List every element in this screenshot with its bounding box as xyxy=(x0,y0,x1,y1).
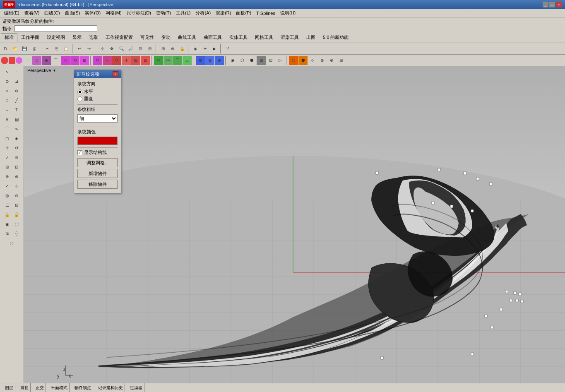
rect-icon[interactable]: □ xyxy=(2,96,12,105)
render-icon-2[interactable]: ▷ xyxy=(276,56,285,65)
array2-icon[interactable]: ⊡ xyxy=(12,162,21,171)
menu-curve[interactable]: 曲线(C) xyxy=(42,9,62,17)
show-icon[interactable]: ⊙ xyxy=(12,191,21,200)
select-icon[interactable]: ⊹ xyxy=(98,44,107,53)
status-planar[interactable]: 平面模式 xyxy=(49,383,70,392)
zoom-extent-icon[interactable]: ⊞ xyxy=(145,44,154,53)
tab-mesh-tools[interactable]: 网格工具 xyxy=(251,33,277,42)
menu-surface[interactable]: 曲面(S) xyxy=(63,9,83,17)
layer-icon[interactable]: ☰ xyxy=(2,200,12,209)
boolean2-icon[interactable]: ⊕ xyxy=(2,172,12,181)
undo-icon[interactable]: ↩ xyxy=(75,44,84,53)
circle-select-icon[interactable]: ○ xyxy=(2,86,12,95)
record-icon[interactable] xyxy=(1,57,8,64)
print-icon[interactable]: 🖨 xyxy=(29,44,38,53)
tab-transform[interactable]: 变动 xyxy=(158,33,174,42)
tab-visibility[interactable]: 可见性 xyxy=(137,33,158,42)
select-arrow-icon[interactable]: ↖ xyxy=(2,67,12,76)
hide-icon[interactable]: ◎ xyxy=(2,191,12,200)
menu-analyze[interactable]: 分析(A) xyxy=(193,9,213,17)
close-button[interactable]: × xyxy=(556,2,562,7)
redo-icon[interactable]: ↪ xyxy=(84,44,94,53)
line-icon[interactable]: ╱ xyxy=(12,96,21,105)
surface-icon-4[interactable]: ◇ xyxy=(61,56,70,65)
rotate-icon[interactable]: ↺ xyxy=(112,56,121,65)
zoom-fit-icon[interactable]: ⊡ xyxy=(136,44,145,53)
tab-viewport-config[interactable]: 工作视窗配置 xyxy=(102,33,137,42)
mirror-icon[interactable]: ⟳ xyxy=(93,56,102,65)
zoom-out-icon[interactable]: 🔎 xyxy=(126,44,135,53)
menu-edit[interactable]: 编辑(E) xyxy=(2,9,22,17)
trim-icon[interactable]: ✂ xyxy=(154,56,163,65)
surface-icon-2[interactable] xyxy=(16,57,22,64)
gradient-icon[interactable]: ▤ xyxy=(12,115,21,124)
number-icon[interactable]: ② xyxy=(2,229,12,238)
measure-icon[interactable]: ⊹ xyxy=(12,181,21,190)
tab-new-features[interactable]: 5.0 的新功能 xyxy=(319,33,352,42)
menu-dimension[interactable]: 尺寸标注(D) xyxy=(124,9,154,17)
cp-icon[interactable]: ◌ xyxy=(7,238,17,248)
dot-icon[interactable]: · xyxy=(12,67,21,76)
curve2-icon[interactable]: ⌒ xyxy=(2,124,12,133)
boolean-icon-1[interactable]: ⊕ xyxy=(196,56,205,65)
scale-icon[interactable]: ↔ xyxy=(103,56,112,65)
dialog-close-button[interactable]: × xyxy=(113,71,118,77)
solid-icon-1[interactable]: ■ xyxy=(42,56,51,65)
split2-icon[interactable]: ⊗ xyxy=(12,172,21,181)
tspline-icon-5[interactable]: ⊗ xyxy=(327,56,336,65)
tspline-icon-2[interactable]: ⬢ xyxy=(298,56,308,65)
tab-select[interactable]: 选取 xyxy=(85,33,102,42)
open-file-icon[interactable]: 📂 xyxy=(10,44,19,53)
tab-output[interactable]: 出图 xyxy=(303,33,319,42)
join-icon[interactable]: ⊞ xyxy=(131,56,140,65)
radio-horizontal[interactable]: 水平 xyxy=(77,89,118,95)
tab-workplane[interactable]: 工作平面 xyxy=(17,33,43,42)
pan-icon[interactable]: ✥ xyxy=(107,44,116,53)
status-snap[interactable]: 捕捉 xyxy=(19,383,31,392)
copy-icon[interactable]: ⎘ xyxy=(52,44,61,53)
menu-panel[interactable]: 面板(P) xyxy=(233,9,254,17)
menu-help[interactable]: 说明(H) xyxy=(278,9,298,17)
menu-render[interactable]: 渲染(R) xyxy=(213,9,233,17)
nodes-icon[interactable]: ⁛ xyxy=(12,229,21,238)
spline-icon[interactable]: ∿ xyxy=(12,124,21,133)
solid2-icon[interactable]: ▣ xyxy=(2,219,12,228)
nurbs-icon[interactable]: ◈ xyxy=(12,134,21,143)
tab-standard[interactable]: 标准 xyxy=(1,33,17,42)
text-icon[interactable]: T xyxy=(12,105,21,114)
surface-icon-3[interactable]: □ xyxy=(32,56,41,65)
rotate2-icon[interactable]: ↺ xyxy=(12,143,21,152)
hatch-icon[interactable]: ≡ xyxy=(2,115,12,124)
status-ortho[interactable]: 正交 xyxy=(34,383,46,392)
transform-icon[interactable]: ⟲ xyxy=(70,56,79,65)
tspline-icon-6[interactable]: ⊞ xyxy=(337,56,346,65)
status-history[interactable]: 记录建构历史 xyxy=(96,383,125,392)
menu-tsplines[interactable]: T-Splines xyxy=(254,9,278,17)
menu-view[interactable]: 查看(V) xyxy=(22,9,42,17)
point-icon[interactable]: · xyxy=(23,56,32,65)
lock2-icon[interactable]: 🔒 xyxy=(2,210,12,219)
status-filter[interactable]: 过滤器 xyxy=(128,383,144,392)
fillet-icon[interactable]: ⌒ xyxy=(173,56,182,65)
analyze-icon-3[interactable]: ⬢ xyxy=(247,56,256,65)
scale2-icon[interactable]: ⤢ xyxy=(2,153,12,162)
color-swatch[interactable] xyxy=(77,137,118,145)
array-icon[interactable]: ⊞ xyxy=(80,56,89,65)
property-icon[interactable]: ⊟ xyxy=(12,200,21,209)
mesh-icon-2[interactable]: ⊡ xyxy=(266,56,275,65)
dimension-icon[interactable]: ↔ xyxy=(2,105,12,114)
command-input[interactable] xyxy=(14,25,97,32)
polyline-select-icon[interactable]: ⊿ xyxy=(12,77,21,86)
extend-icon[interactable]: ↦ xyxy=(163,56,173,65)
adjust-mesh-button[interactable]: 调整网格... xyxy=(77,158,118,167)
brush-select-icon[interactable]: ⊘ xyxy=(12,86,21,95)
tspline-icon-3[interactable]: ⊹ xyxy=(308,56,317,65)
mesh-icon-1[interactable]: ⊞ xyxy=(257,56,266,65)
cut-icon[interactable]: ✂ xyxy=(43,44,52,53)
snap-icon[interactable]: ⊕ xyxy=(168,44,177,53)
menu-solid[interactable]: 实体(O) xyxy=(82,9,103,17)
tab-display[interactable]: 显示 xyxy=(69,33,85,42)
minimize-button[interactable]: _ xyxy=(543,2,548,7)
tab-setview[interactable]: 设定视图 xyxy=(43,33,69,42)
tspline-icon-4[interactable]: ⊕ xyxy=(317,56,327,65)
